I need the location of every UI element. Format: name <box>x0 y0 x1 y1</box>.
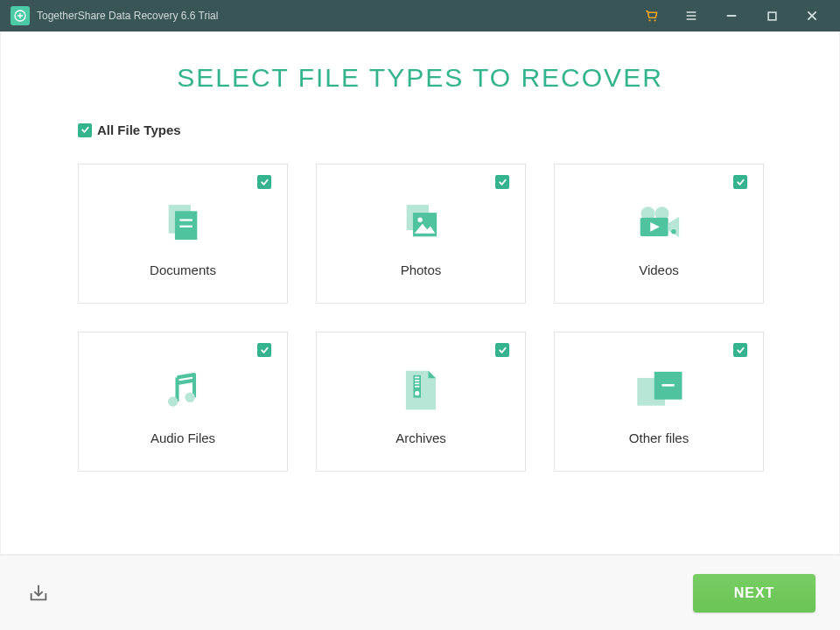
svg-point-10 <box>417 217 422 221</box>
svg-point-16 <box>185 392 194 402</box>
svg-rect-3 <box>768 12 776 20</box>
svg-rect-25 <box>662 383 675 386</box>
cart-button[interactable] <box>634 3 668 29</box>
next-button[interactable]: NEXT <box>693 574 816 612</box>
checkmark-icon <box>495 343 509 357</box>
svg-point-1 <box>648 19 650 21</box>
app-title: TogetherShare Data Recovery 6.6 Trial <box>37 10 218 22</box>
file-type-grid: Documents Photos <box>78 164 762 472</box>
card-videos[interactable]: Videos <box>554 164 764 304</box>
card-audio[interactable]: Audio Files <box>78 332 288 472</box>
audio-icon <box>160 359 206 422</box>
photos-icon <box>396 191 446 254</box>
card-archives[interactable]: Archives <box>316 332 526 472</box>
card-documents-label: Documents <box>150 262 216 277</box>
all-file-types-checkbox[interactable]: All File Types <box>78 122 762 137</box>
svg-point-14 <box>671 229 676 234</box>
footer: NEXT <box>0 555 840 630</box>
svg-rect-7 <box>179 225 192 227</box>
svg-rect-6 <box>179 219 192 220</box>
svg-rect-19 <box>415 380 419 382</box>
menu-button[interactable] <box>674 3 709 29</box>
all-file-types-label: All File Types <box>97 122 181 137</box>
maximize-button[interactable] <box>754 3 789 29</box>
archives-icon <box>400 359 442 422</box>
card-photos-label: Photos <box>401 262 442 277</box>
checkmark-icon <box>733 175 747 189</box>
checkmark-icon <box>257 343 271 357</box>
svg-rect-20 <box>415 382 419 384</box>
close-button[interactable] <box>794 3 830 29</box>
svg-point-22 <box>415 390 419 395</box>
checkmark-icon <box>257 175 271 189</box>
card-archives-label: Archives <box>396 430 446 445</box>
app-logo <box>10 6 30 25</box>
other-icon <box>633 359 685 422</box>
card-videos-label: Videos <box>639 262 679 277</box>
card-documents[interactable]: Documents <box>78 164 288 304</box>
card-audio-label: Audio Files <box>150 430 215 445</box>
svg-point-2 <box>654 19 655 21</box>
card-photos[interactable]: Photos <box>316 164 526 304</box>
checkmark-icon <box>78 123 92 137</box>
minimize-button[interactable] <box>714 3 749 29</box>
checkmark-icon <box>733 343 747 357</box>
content-area: SELECT FILE TYPES TO RECOVER All File Ty… <box>0 32 840 555</box>
svg-rect-21 <box>415 385 419 387</box>
svg-rect-18 <box>415 376 419 378</box>
titlebar: TogetherShare Data Recovery 6.6 Trial <box>0 0 840 32</box>
checkmark-icon <box>495 175 509 189</box>
card-other-label: Other files <box>629 430 689 445</box>
card-other[interactable]: Other files <box>554 332 764 472</box>
page-title: SELECT FILE TYPES TO RECOVER <box>78 63 762 93</box>
videos-icon <box>631 191 687 254</box>
import-button[interactable] <box>24 579 52 607</box>
next-button-label: NEXT <box>734 585 775 601</box>
svg-point-15 <box>168 396 178 406</box>
documents-icon <box>158 191 208 254</box>
